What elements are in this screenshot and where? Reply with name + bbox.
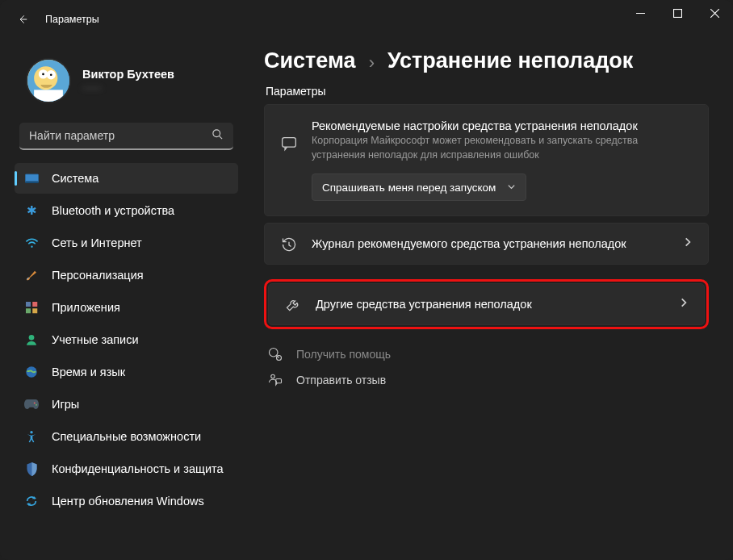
main-panel: Система › Устранение неполадок Параметры… <box>246 39 733 560</box>
wrench-icon <box>283 297 303 313</box>
svg-point-22 <box>270 349 279 357</box>
card-recommended-settings: Рекомендуемые настройки средства устране… <box>264 104 709 216</box>
chevron-right-icon <box>682 236 693 251</box>
feedback-link[interactable]: Отправить отзыв <box>264 373 709 387</box>
troubleshoot-mode-dropdown[interactable]: Спрашивать меня перед запуском <box>312 173 526 201</box>
feedback-icon <box>267 373 283 387</box>
svg-point-8 <box>213 129 220 136</box>
sidebar-item-label: Конфиденциальность и защита <box>52 462 224 475</box>
sidebar-item-label: Время и язык <box>52 366 125 378</box>
svg-rect-21 <box>283 138 296 148</box>
sidebar-item-label: Учетные записи <box>52 333 139 346</box>
history-icon <box>279 236 299 253</box>
sidebar-item-gaming[interactable]: Игры <box>15 389 238 420</box>
chevron-right-icon: › <box>369 52 375 73</box>
accessibility-icon <box>24 429 39 444</box>
sidebar-item-label: Система <box>52 172 98 185</box>
chevron-down-icon <box>507 182 516 194</box>
link-label: Отправить отзыв <box>296 374 386 387</box>
avatar <box>26 58 71 103</box>
sidebar-item-network[interactable]: Сеть и Интернет <box>15 228 238 258</box>
card-subtitle: Корпорация Майкрософт может рекомендоват… <box>312 134 693 162</box>
sidebar-item-label: Центр обновления Windows <box>52 495 204 508</box>
sidebar-item-apps[interactable]: Приложения <box>15 292 238 323</box>
breadcrumb-root[interactable]: Система <box>264 48 356 73</box>
maximize-button[interactable] <box>659 0 696 26</box>
clock-globe-icon <box>24 365 39 379</box>
window-title: Параметры <box>45 14 99 25</box>
highlight-box: Другие средства устранения неполадок <box>264 279 709 329</box>
dropdown-value: Спрашивать меня перед запуском <box>322 182 496 194</box>
gamepad-icon <box>24 397 39 412</box>
svg-rect-10 <box>25 181 38 183</box>
sidebar-item-label: Приложения <box>52 301 120 314</box>
search-icon <box>212 128 224 144</box>
card-title: Журнал рекомендуемого средства устранени… <box>312 237 669 250</box>
profile-name: Виктор Бухтеев <box>82 68 174 81</box>
close-button[interactable] <box>696 0 733 26</box>
card-title: Рекомендуемые настройки средства устране… <box>312 119 693 132</box>
shield-icon <box>24 462 39 476</box>
window-controls <box>622 0 733 26</box>
svg-rect-13 <box>32 302 37 307</box>
sidebar-item-label: Персонализация <box>52 269 144 282</box>
bluetooth-icon: ✱ <box>24 203 39 218</box>
sidebar-item-accessibility[interactable]: Специальные возможности <box>15 421 238 452</box>
sidebar-item-bluetooth[interactable]: ✱ Bluetooth и устройства <box>15 195 238 226</box>
svg-point-11 <box>31 245 32 247</box>
page-title: Устранение неполадок <box>387 48 633 73</box>
sidebar-item-label: Специальные возможности <box>52 430 201 443</box>
titlebar: Параметры <box>0 0 733 39</box>
card-title: Другие средства устранения неполадок <box>316 298 665 311</box>
svg-point-24 <box>271 374 275 378</box>
sidebar: Виктор Бухтеев —— Система ✱ Bluetooth и … <box>0 39 246 560</box>
minimize-button[interactable] <box>622 0 659 26</box>
sidebar-item-personalization[interactable]: Персонализация <box>15 260 238 290</box>
get-help-link[interactable]: Получить помощь <box>264 347 709 361</box>
sidebar-item-privacy[interactable]: Конфиденциальность и защита <box>15 453 238 484</box>
svg-point-5 <box>42 73 44 76</box>
svg-rect-12 <box>26 302 31 307</box>
system-icon <box>24 171 39 186</box>
link-label: Получить помощь <box>296 348 391 361</box>
sidebar-item-accounts[interactable]: Учетные записи <box>15 324 238 355</box>
breadcrumb: Система › Устранение неполадок <box>264 48 709 73</box>
search-box[interactable] <box>19 123 233 150</box>
svg-rect-7 <box>34 90 63 102</box>
chat-icon <box>279 136 299 152</box>
wifi-icon <box>24 236 39 250</box>
profile-block[interactable]: Виктор Бухтеев —— <box>15 53 238 118</box>
svg-rect-0 <box>673 9 681 17</box>
brush-icon <box>24 268 39 282</box>
card-other-troubleshooters[interactable]: Другие средства устранения неполадок <box>268 283 705 325</box>
search-input[interactable] <box>29 129 212 142</box>
sidebar-item-update[interactable]: Центр обновления Windows <box>15 486 238 516</box>
help-icon <box>267 347 283 361</box>
chevron-right-icon <box>678 297 689 311</box>
sidebar-item-time[interactable]: Время и язык <box>15 357 238 387</box>
settings-window: Параметры Виктор Бухтеев —— <box>0 0 733 560</box>
sidebar-item-label: Сеть и Интернет <box>52 236 142 249</box>
sidebar-nav: Система ✱ Bluetooth и устройства Сеть и … <box>15 163 238 516</box>
svg-point-6 <box>50 73 52 76</box>
card-history[interactable]: Журнал рекомендуемого средства устранени… <box>264 223 709 265</box>
back-button[interactable] <box>11 8 34 31</box>
apps-icon <box>24 300 39 315</box>
sidebar-item-system[interactable]: Система <box>15 163 238 194</box>
svg-point-20 <box>30 431 32 433</box>
svg-rect-14 <box>26 308 31 313</box>
person-icon <box>24 332 39 347</box>
svg-rect-15 <box>32 308 37 313</box>
section-label: Параметры <box>266 85 709 98</box>
svg-point-18 <box>34 402 36 403</box>
sidebar-item-label: Bluetooth и устройства <box>52 204 174 217</box>
update-icon <box>24 494 39 508</box>
sidebar-item-label: Игры <box>52 398 79 411</box>
svg-point-19 <box>36 404 37 406</box>
svg-point-16 <box>29 335 35 341</box>
profile-email: —— <box>82 82 174 94</box>
footer-links: Получить помощь Отправить отзыв <box>264 347 709 387</box>
